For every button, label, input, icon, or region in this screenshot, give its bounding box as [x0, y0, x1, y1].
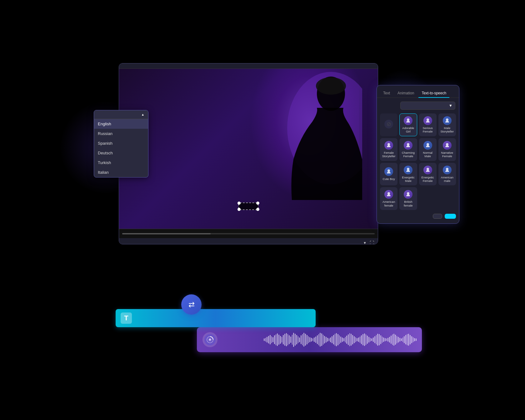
audio-timeline: // Generate waveform bars const waveform…	[197, 327, 422, 352]
tab-text[interactable]: Text	[380, 89, 393, 98]
voice-charming-female[interactable]: Charming Female	[399, 138, 417, 161]
tts-language-row: ▼	[377, 102, 459, 110]
voice-narrative-female[interactable]: Narrative Female	[438, 138, 456, 161]
svg-point-7	[407, 143, 409, 146]
audio-icon-circle	[202, 332, 218, 347]
aspect-ratio-chevron: ▼	[363, 241, 367, 244]
handle-br[interactable]	[256, 208, 259, 211]
dropdown-header[interactable]: ▲	[94, 110, 148, 119]
svg-point-13	[446, 168, 448, 170]
energetic-male-name: Energetic Male	[401, 176, 415, 183]
energetic-female-name: Energetic Female	[421, 176, 435, 183]
cute-boy-name: Cute Boy	[383, 177, 395, 181]
svg-point-10	[388, 169, 390, 172]
swap-circle[interactable]: ⇄	[181, 294, 202, 315]
waveform: // Generate waveform bars const waveform…	[264, 333, 416, 346]
cute-boy-icon	[384, 167, 393, 176]
narrative-female-name: Narrative Female	[440, 151, 454, 158]
timeline-bar[interactable]	[122, 233, 375, 234]
normal-male-icon	[423, 141, 432, 150]
svg-point-15	[407, 192, 409, 195]
male-storyteller-name: Male Storyteller	[440, 126, 454, 133]
charming-female-icon	[404, 141, 412, 150]
voice-energetic-male[interactable]: Energetic Male	[399, 163, 417, 186]
svg-point-14	[388, 192, 390, 195]
energetic-male-icon	[404, 166, 412, 174]
svg-point-6	[388, 143, 390, 146]
voice-american-female[interactable]: American female	[380, 187, 398, 210]
female-storyteller-icon	[384, 141, 393, 150]
player-window: ▼ ⛶	[119, 63, 378, 244]
tab-tts[interactable]: Text-to-speech	[418, 89, 449, 98]
voice-serious-female[interactable]: Serious Female	[419, 113, 437, 136]
american-male-name: American male	[440, 176, 454, 183]
dropdown-arrow-icon: ▲	[141, 113, 144, 116]
svg-point-3	[407, 118, 409, 121]
dropdown-item-turkish[interactable]: Turkish	[94, 158, 148, 168]
player-timeline	[119, 229, 378, 238]
american-male-icon	[443, 166, 452, 174]
narrative-female-icon	[443, 141, 452, 150]
language-dropdown: ▲ English Russian Spanish Deutsch Turkis…	[94, 110, 148, 178]
adorable-girl-name: Adorable Girl	[401, 126, 415, 133]
timeline-progress	[122, 233, 211, 234]
audio-icon-inner	[204, 334, 216, 345]
dropdown-item-italian[interactable]: Italian	[94, 168, 148, 177]
voice-normal-male[interactable]: Normal Male	[419, 138, 437, 161]
tts-voices-grid: ⊘ Adorable Girl Serious Female Male Stor…	[377, 113, 459, 210]
svg-point-2	[316, 77, 346, 95]
dropdown-item-english[interactable]: English	[94, 119, 148, 129]
tts-language-select[interactable]: ▼	[400, 102, 455, 110]
dropdown-item-spanish[interactable]: Spanish	[94, 138, 148, 148]
voice-cute-boy[interactable]: Cute Boy	[380, 163, 398, 186]
no-voice-icon: ⊘	[384, 120, 393, 128]
tts-language-chevron: ▼	[449, 103, 452, 108]
tts-tabs: Text Animation Text-to-speech	[377, 85, 459, 98]
voice-american-male[interactable]: American male	[438, 163, 456, 186]
male-storyteller-icon	[443, 116, 452, 125]
player-titlebar	[119, 63, 378, 69]
handle-tl[interactable]	[238, 202, 241, 205]
voice-female-storyteller[interactable]: Female Storyteller	[380, 138, 398, 161]
american-female-icon	[384, 190, 393, 199]
dropdown-item-russian[interactable]: Russian	[94, 129, 148, 138]
charming-female-name: Charming Female	[401, 151, 415, 158]
handle-bl[interactable]	[238, 208, 241, 211]
player-video-area	[119, 69, 378, 229]
handle-tr[interactable]	[256, 202, 259, 205]
tts-panel: Text Animation Text-to-speech ▼ ⊘ Adorab…	[377, 85, 459, 224]
player-controls-bottom: ▼ ⛶	[119, 238, 378, 244]
svg-point-18	[209, 339, 211, 340]
voice-male-storyteller[interactable]: Male Storyteller	[438, 113, 456, 136]
svg-point-4	[427, 118, 429, 121]
american-female-name: American female	[382, 200, 396, 207]
voice-adorable-girl[interactable]: Adorable Girl	[399, 113, 417, 136]
energetic-female-icon	[423, 166, 432, 174]
text-timeline: T	[116, 309, 316, 327]
text-timeline-icon: T	[121, 312, 132, 324]
svg-point-8	[427, 143, 429, 146]
apply-all-button[interactable]	[433, 214, 442, 219]
tab-animation[interactable]: Animation	[394, 89, 417, 98]
swap-icon: ⇄	[188, 300, 195, 309]
svg-point-12	[427, 168, 429, 170]
text-icon-t: T	[124, 314, 128, 322]
svg-point-5	[446, 118, 448, 121]
person-silhouette	[275, 72, 362, 200]
serious-female-icon	[423, 116, 432, 125]
svg-point-11	[407, 168, 409, 170]
voice-none[interactable]: ⊘	[380, 113, 398, 136]
voice-energetic-female[interactable]: Energetic Female	[419, 163, 437, 186]
tts-actions	[377, 214, 459, 219]
fullscreen-icon[interactable]: ⛶	[370, 240, 374, 244]
normal-male-name: Normal Male	[421, 151, 435, 158]
female-storyteller-name: Female Storyteller	[382, 151, 396, 158]
british-female-icon	[404, 190, 412, 199]
british-female-name: British female	[401, 200, 415, 207]
dropdown-item-deutsch[interactable]: Deutsch	[94, 148, 148, 158]
text-overlay-box[interactable]	[238, 202, 258, 210]
apply-button[interactable]	[445, 214, 456, 219]
adorable-girl-icon	[404, 116, 412, 125]
voice-british-female[interactable]: British female	[399, 187, 417, 210]
svg-point-9	[446, 143, 448, 146]
